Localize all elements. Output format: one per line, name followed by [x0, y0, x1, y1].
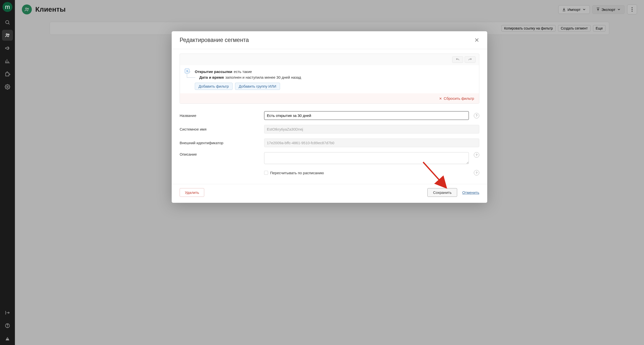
- rule-label: Открытие рассылки: [195, 69, 232, 74]
- reset-filter-label: Сбросить фильтр: [444, 96, 474, 100]
- save-button[interactable]: Сохранить: [427, 188, 458, 197]
- svg-point-3: [8, 34, 9, 35]
- svg-line-1: [8, 23, 10, 24]
- warning-icon[interactable]: [2, 333, 13, 344]
- name-label: Название: [180, 113, 259, 118]
- help-icon[interactable]: ?: [474, 170, 479, 175]
- description-input[interactable]: [264, 152, 469, 164]
- gear-icon[interactable]: [2, 81, 13, 92]
- modal-body: + Открытие рассылки есть такие Дата и вр…: [172, 49, 487, 184]
- undo-button[interactable]: [452, 56, 463, 63]
- help-icon[interactable]: ?: [474, 113, 479, 118]
- search-icon[interactable]: [2, 17, 13, 28]
- checkbox-icon: [264, 171, 268, 175]
- svg-point-6: [8, 327, 8, 327]
- logout-icon[interactable]: [2, 307, 13, 318]
- rule-row[interactable]: Дата и время заполнен и наступила менее …: [196, 74, 474, 80]
- close-icon[interactable]: ✕: [474, 37, 479, 43]
- cancel-link[interactable]: Отменить: [462, 190, 479, 195]
- chart-icon[interactable]: [2, 56, 13, 66]
- system-name-input: [264, 125, 479, 134]
- rule-condition: есть такие: [234, 69, 252, 74]
- recalc-checkbox-row[interactable]: Пересчитывать по расписанию: [264, 171, 469, 175]
- add-root-condition-button[interactable]: +: [185, 69, 189, 73]
- app-logo[interactable]: m: [2, 2, 12, 12]
- description-label: Описание: [180, 152, 259, 156]
- puzzle-icon[interactable]: [2, 68, 13, 79]
- modal-header: Редактирование сегмента ✕: [172, 31, 487, 49]
- rule-condition: заполнен и наступила менее 30 дней назад: [225, 75, 301, 79]
- close-icon: [439, 97, 442, 100]
- external-id-label: Внешний идентификатор: [180, 141, 259, 145]
- segment-edit-modal: Редактирование сегмента ✕: [172, 31, 487, 203]
- reset-filter-button[interactable]: Сбросить фильтр: [434, 93, 479, 103]
- recalc-label: Пересчитывать по расписанию: [270, 171, 324, 175]
- filter-builder: + Открытие рассылки есть такие Дата и вр…: [180, 54, 479, 104]
- megaphone-icon[interactable]: [2, 43, 13, 54]
- external-id-input: [264, 138, 479, 147]
- app-root: m: [0, 0, 644, 345]
- rule-label: Дата и время: [199, 75, 224, 79]
- redo-button[interactable]: [464, 56, 476, 63]
- modal-footer: Удалить Сохранить Отменить: [172, 184, 487, 203]
- undo-icon: [456, 57, 460, 61]
- main-area: Клиенты Импорт Экспорт Копировать ссылку: [15, 0, 644, 345]
- svg-point-4: [7, 86, 8, 88]
- delete-button[interactable]: Удалить: [180, 188, 204, 197]
- segment-form: Название ? Системное имя Внешний идентиф…: [180, 109, 479, 178]
- rule-row[interactable]: Открытие рассылки есть такие: [191, 69, 474, 74]
- left-sidebar: m: [0, 0, 15, 345]
- add-filter-button[interactable]: Добавить фильтр: [195, 83, 232, 90]
- svg-point-2: [6, 34, 8, 35]
- name-input[interactable]: [264, 111, 469, 120]
- clients-icon[interactable]: [2, 30, 13, 41]
- modal-title: Редактирование сегмента: [180, 37, 249, 43]
- system-name-label: Системное имя: [180, 127, 259, 131]
- help-icon[interactable]: [2, 320, 13, 331]
- add-or-group-button[interactable]: Добавить группу ИЛИ: [235, 83, 280, 90]
- svg-point-0: [6, 20, 9, 24]
- help-icon[interactable]: ?: [474, 152, 479, 158]
- redo-icon: [468, 57, 472, 61]
- modal-overlay: Редактирование сегмента ✕: [15, 0, 644, 345]
